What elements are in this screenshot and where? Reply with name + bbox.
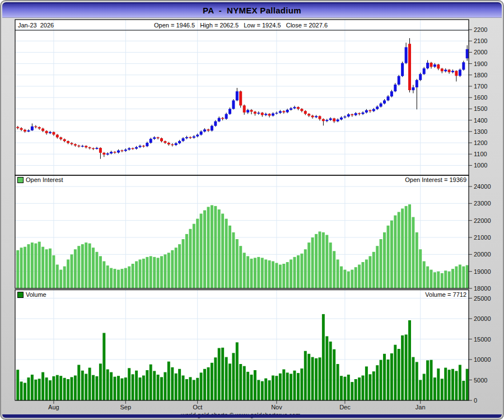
svg-text:1500: 1500 (474, 105, 487, 112)
volume-legend-label: Volume (26, 291, 46, 298)
svg-text:1000: 1000 (474, 162, 487, 169)
svg-text:21000: 21000 (474, 234, 491, 241)
svg-text:2200: 2200 (474, 26, 487, 33)
svg-text:10000: 10000 (474, 356, 491, 363)
window-bottom-edge (2, 414, 502, 418)
svg-text:1100: 1100 (474, 151, 487, 157)
open-interest-value-label: Open Interest = 19369 (244, 176, 466, 184)
svg-text:Sep: Sep (120, 404, 132, 410)
svg-text:1400: 1400 (474, 117, 487, 124)
open-interest-legend-swatch (17, 177, 24, 183)
y-axis-labels: 1000110012001300140015001600170018001900… (468, 26, 491, 404)
svg-text:1300: 1300 (474, 128, 487, 135)
svg-text:2100: 2100 (474, 38, 487, 44)
svg-text:5000: 5000 (474, 377, 487, 384)
volume-value-label: Volume = 7712 (244, 291, 466, 298)
x-axis-labels: AugSepOctNovDecJan (48, 400, 426, 410)
svg-text:25000: 25000 (474, 295, 491, 302)
svg-text:24000: 24000 (474, 183, 491, 190)
chart-canvas: 1000110012001300140015001600170018001900… (1, 1, 503, 419)
svg-text:1700: 1700 (474, 83, 487, 90)
svg-text:22000: 22000 (474, 217, 491, 224)
volume-legend-swatch (17, 292, 24, 298)
svg-text:0: 0 (474, 397, 477, 404)
svg-text:23000: 23000 (474, 200, 491, 207)
svg-text:Nov: Nov (271, 404, 282, 410)
svg-text:19000: 19000 (474, 268, 491, 275)
svg-text:20000: 20000 (474, 251, 491, 258)
svg-text:Dec: Dec (339, 404, 351, 410)
svg-text:1900: 1900 (474, 60, 487, 67)
svg-text:1800: 1800 (474, 72, 487, 78)
svg-text:Aug: Aug (48, 404, 59, 410)
svg-text:1200: 1200 (474, 139, 487, 146)
svg-text:Oct: Oct (193, 404, 202, 410)
open-interest-legend-label: Open Interest (26, 176, 63, 184)
svg-text:20000: 20000 (474, 315, 491, 322)
svg-text:18000: 18000 (474, 285, 491, 292)
svg-text:Jan: Jan (416, 404, 426, 410)
price-ohlc-label: Open = 1946.5 High = 2062.5 Low = 1924.5… (14, 21, 468, 29)
chart-window: PA - NYMEX Palladium 1000110012001300140… (0, 0, 504, 420)
svg-text:1600: 1600 (474, 94, 487, 101)
svg-text:2000: 2000 (474, 49, 487, 55)
svg-text:15000: 15000 (474, 336, 491, 343)
